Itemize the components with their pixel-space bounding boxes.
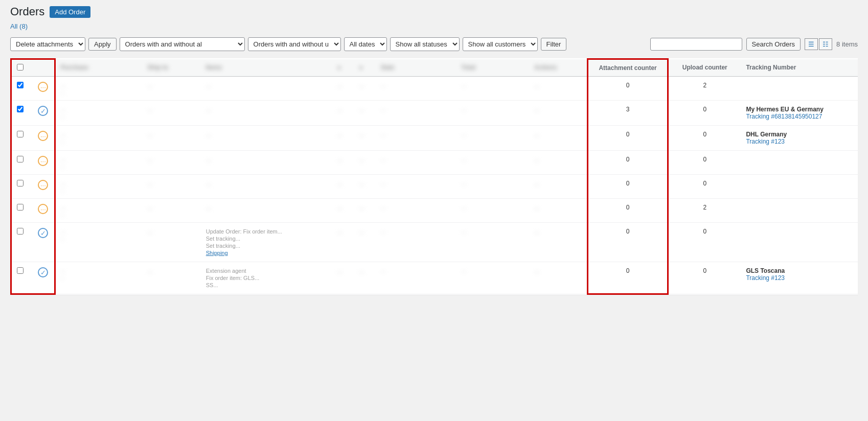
row-actions-cell: ... [529,223,587,262]
row-attachment-counter-cell: 3 [588,101,668,126]
row-actions-cell: ... [529,151,587,175]
date-filter-select[interactable]: All dates [344,37,387,51]
page-title: Orders [10,5,44,18]
filter-button[interactable]: Filter [541,38,567,51]
row-checkbox-cell [11,77,33,101]
row-ship-cell: ... [143,77,201,101]
row-checkbox[interactable] [17,156,24,162]
row-items-cell: Update Order: Fix order item...Set track… [201,223,332,262]
row-total-cell: ... [456,126,530,151]
th-attachment-counter: Attachment counter [588,59,668,77]
row-status-cell: ··· [33,199,55,223]
row-col2-cell: ... [354,77,376,101]
row-upload-counter-cell: 2 [668,77,741,101]
row-total-cell: ... [456,101,530,126]
row-upload-counter-cell: 2 [668,199,741,223]
row-tracking-cell [741,77,858,101]
row-checkbox-cell [11,262,33,294]
row-actions-cell: ... [529,175,587,199]
row-ship-cell: ... [143,175,201,199]
row-attachment-counter-cell: 0 [588,262,668,294]
row-upload-counter-cell: 0 [668,126,741,151]
row-checkbox[interactable] [17,180,24,186]
row-attachment-counter-cell: 0 [588,151,668,175]
row-items-cell: ... [201,151,332,175]
all-orders-link[interactable]: All (8) [10,22,28,30]
row-items-cell: ... [201,101,332,126]
row-attachment-counter-cell: 0 [588,199,668,223]
row-billing-cell: ... [376,101,456,126]
row-order-cell: ... ... [55,199,142,223]
row-col2-cell: ... [354,151,376,175]
row-total-cell: ... [456,77,530,101]
items-count: 8 items [836,40,858,48]
bulk-action-select[interactable]: Delete attachments [10,37,85,51]
row-ship-cell: ... [143,126,201,151]
select-all-checkbox[interactable] [17,64,24,71]
row-status-cell: ··· [33,151,55,175]
row-checkbox[interactable] [17,228,24,235]
row-upload-counter-cell: 0 [668,101,741,126]
row-col2-cell: ... [354,101,376,126]
row-upload-counter-cell: 0 [668,151,741,175]
attachment-filter-select[interactable]: Orders with and without al Orders with a… [120,37,245,51]
list-view-button[interactable]: ☰ [805,38,818,50]
th-col1: ● [332,59,354,77]
row-items-cell: ... [201,175,332,199]
search-orders-input[interactable] [650,38,742,51]
row-checkbox[interactable] [17,204,24,211]
row-billing-cell: ... [376,199,456,223]
th-col2: ● [354,59,376,77]
row-col2-cell: ... [354,126,376,151]
row-order-cell: ... ... [55,175,142,199]
row-upload-counter-cell: 0 [668,175,741,199]
row-order-cell: ... ... [55,262,142,294]
row-ship-cell: ... [143,262,201,294]
row-order-cell: ... ... [55,77,142,101]
customer-filter-select[interactable]: Show all customers [463,37,538,51]
row-checkbox-cell [11,223,33,262]
search-orders-button[interactable]: Search Orders [746,38,801,51]
row-tracking-cell [741,151,858,175]
row-checkbox[interactable] [17,131,24,137]
orders-table: Purchase Ship to Items ● ● Date [10,58,858,295]
row-checkbox[interactable] [17,106,24,112]
row-col2-cell: ... [354,262,376,294]
row-checkbox-cell [11,126,33,151]
upload-filter-select[interactable]: Orders with and without u Orders with up… [248,37,341,51]
th-actions: Actions [529,59,587,77]
row-ship-cell: ... [143,101,201,126]
row-checkbox[interactable] [17,267,24,274]
add-order-button[interactable]: Add Order [50,6,90,18]
th-checkbox [11,59,33,77]
row-checkbox-cell [11,199,33,223]
th-items: Items [201,59,332,77]
row-upload-counter-cell: 0 [668,223,741,262]
row-attachment-counter-cell: 0 [588,223,668,262]
row-items-cell: ... [201,77,332,101]
grid-view-button[interactable]: ☷ [819,38,832,50]
apply-button[interactable]: Apply [88,38,117,51]
row-status-cell: ··· [33,77,55,101]
row-checkbox[interactable] [17,82,24,88]
row-total-cell: ... [456,199,530,223]
table-row: ··· ... ... ... ... ... ... ... ... ... … [11,199,858,223]
row-status-cell: ✓ [33,223,55,262]
table-row: ··· ... ... ... ... ... ... ... ... ... … [11,175,858,199]
row-ship-cell: ... [143,151,201,175]
row-col1-cell: ... [332,199,354,223]
table-row: ··· ... ... ... ... ... ... ... ... ... … [11,77,858,101]
th-billing: Date [376,59,456,77]
row-col1-cell: ... [332,151,354,175]
row-order-cell: ... ... [55,151,142,175]
status-filter-select[interactable]: Show all statuses [390,37,460,51]
row-checkbox-cell [11,101,33,126]
row-actions-cell: ... [529,126,587,151]
th-status [33,59,55,77]
row-tracking-cell [741,175,858,199]
row-status-cell: ··· [33,175,55,199]
row-tracking-cell: GLS ToscanaTracking #123 [741,262,858,294]
row-items-cell: ... [201,199,332,223]
row-status-cell: ··· [33,126,55,151]
th-order: Purchase [55,59,142,77]
